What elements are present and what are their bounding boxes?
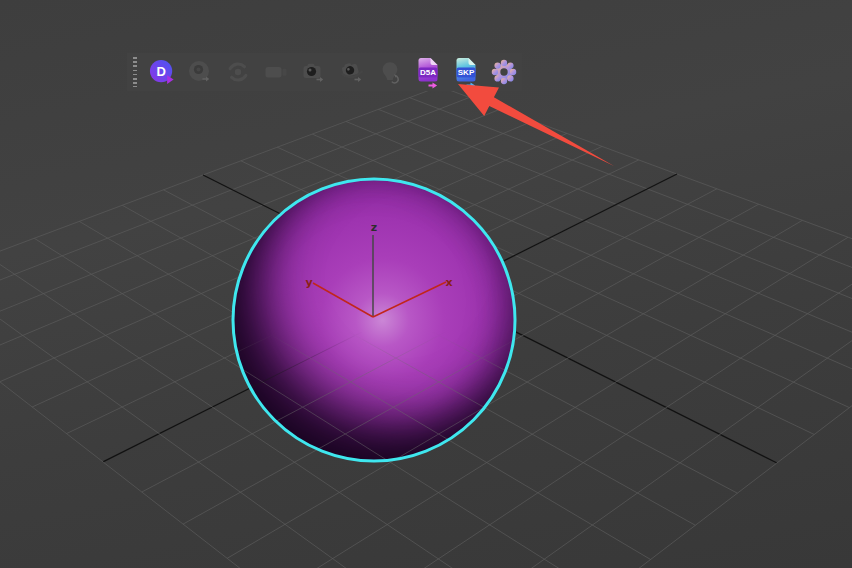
- viewport-3d: z x y D: [0, 0, 852, 568]
- annotation-arrow: [0, 0, 852, 568]
